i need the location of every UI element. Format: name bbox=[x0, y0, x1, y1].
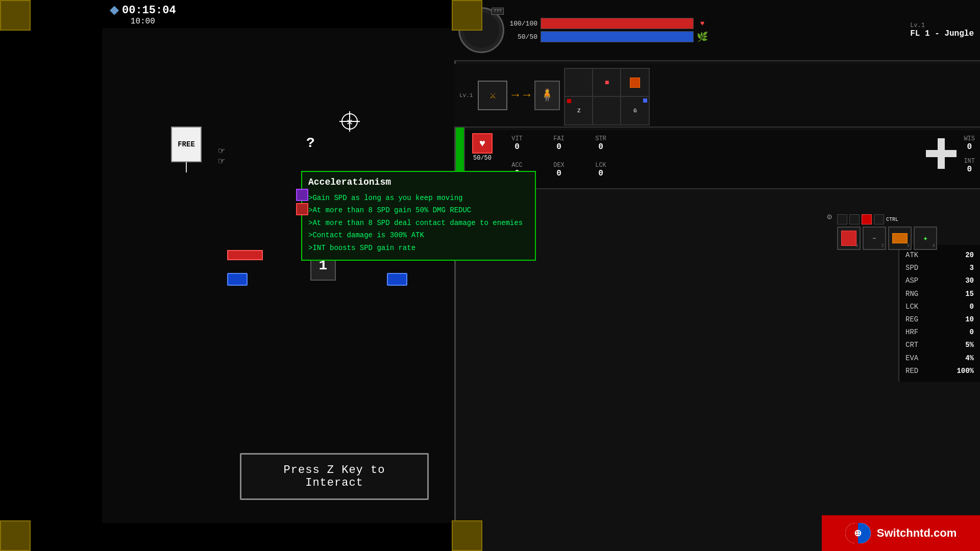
rng-val: 15 bbox=[965, 288, 974, 300]
hrf-val: 0 bbox=[970, 326, 974, 339]
inv-badge-blue bbox=[643, 98, 647, 103]
skill-icons bbox=[296, 189, 308, 215]
inv-slot-6[interactable]: G bbox=[620, 96, 650, 126]
mp-bar-fill bbox=[541, 32, 693, 42]
lck-val: 0 bbox=[970, 300, 974, 313]
ability-desc-4: >Contact damage is 300% ATK bbox=[308, 230, 529, 241]
eva-val: 4% bbox=[965, 352, 974, 365]
stat-grid: ♥ 50/50 VIT 0 FAI 0 STR 0 ACC bbox=[465, 130, 980, 189]
item-slot-3[interactable]: 3 bbox=[888, 227, 912, 250]
crosshair: ✕ bbox=[339, 111, 360, 132]
stat-fai: FAI 0 bbox=[538, 133, 579, 159]
stat-dex: DEX 0 bbox=[538, 160, 579, 185]
ability-desc: >Gain SPD as long as you keep moving >At… bbox=[308, 192, 529, 254]
reg-val: 10 bbox=[965, 313, 974, 326]
asp-val: 30 bbox=[965, 274, 974, 287]
ind-4 bbox=[874, 214, 884, 224]
ability-card: Accelerationism >Gain SPD as long as you… bbox=[301, 171, 536, 261]
hud-top: ??? 100/100 ♥ 50/50 🌿 bbox=[454, 0, 980, 61]
hp-bar-fill bbox=[541, 18, 693, 29]
reg-row: REG 10 bbox=[905, 313, 974, 326]
char-silhouette: 🧍 bbox=[534, 81, 560, 110]
timer-main-value: 00:15:04 bbox=[122, 4, 176, 17]
atk-val: 20 bbox=[965, 249, 974, 262]
skill-slot-purple[interactable] bbox=[296, 189, 308, 201]
item-empty: - bbox=[871, 233, 877, 244]
hp-bar-row: 100/100 ♥ bbox=[509, 18, 903, 29]
indicator-row: CTRL bbox=[837, 214, 960, 224]
stats-columns: VIT 0 FAI 0 STR 0 ACC 0 DEX 0 bbox=[497, 133, 921, 185]
game-area: 00:15:04 10:00 ✕ ? FREE ☞ ☞ 1 Acceler bbox=[0, 0, 980, 551]
item-green: ✦ bbox=[923, 233, 928, 243]
stat-lck: LCK 0 bbox=[580, 160, 621, 185]
inv-item-red: ■ bbox=[605, 79, 609, 87]
chest-blue-item-2 bbox=[387, 273, 407, 286]
mp-bar-bg bbox=[541, 31, 694, 42]
hrf-label: HRF bbox=[905, 326, 918, 339]
corner-br bbox=[452, 520, 482, 551]
switch-banner: ⊕ Switchntd.com bbox=[822, 515, 980, 551]
wis-int: WIS 0 INT 0 bbox=[962, 133, 977, 185]
hp-icon: ♥ bbox=[697, 18, 708, 29]
inv-z: Z bbox=[577, 108, 581, 114]
ability-desc-5: >INT boosts SPD gain rate bbox=[308, 242, 529, 254]
rng-row: RNG 15 bbox=[905, 288, 974, 300]
item-slot-2[interactable]: - 2 bbox=[863, 227, 886, 250]
inv-slot-3[interactable] bbox=[620, 68, 650, 97]
corner-tl bbox=[0, 0, 31, 31]
inv-slot-4[interactable]: Z bbox=[564, 96, 594, 126]
inv-g: G bbox=[633, 108, 637, 114]
npc-legs bbox=[186, 162, 187, 172]
inv-slot-2[interactable]: ■ bbox=[592, 68, 622, 97]
equip-slot-weapon[interactable]: ⚔ bbox=[478, 81, 507, 110]
mp-icon: 🌿 bbox=[697, 31, 708, 42]
mp-bar-row: 50/50 🌿 bbox=[509, 31, 903, 42]
inv-slot-1[interactable] bbox=[564, 68, 594, 97]
timer-display: 00:15:04 10:00 bbox=[110, 4, 176, 26]
eva-label: EVA bbox=[905, 352, 918, 365]
dpad-vert bbox=[938, 138, 945, 169]
ind-1 bbox=[837, 214, 847, 224]
red-label: RED bbox=[905, 365, 918, 378]
crosshair-x: ✕ bbox=[347, 115, 353, 128]
spd-label: SPD bbox=[905, 262, 918, 274]
right-skill-area: CTRL 1 - 2 3 ✦ 4 bbox=[837, 214, 960, 250]
corner-bl bbox=[0, 520, 31, 551]
hp-icon-big: ♥ bbox=[472, 133, 493, 154]
chest-blue-1 bbox=[227, 273, 248, 286]
hp-sub-val: 50/50 bbox=[473, 155, 492, 162]
level-text: Lv.1 bbox=[910, 22, 974, 29]
timer-icon bbox=[110, 6, 119, 15]
stat-vit: VIT 0 bbox=[497, 133, 537, 159]
chest-1 bbox=[227, 250, 263, 260]
stat-int: INT 0 bbox=[962, 156, 977, 176]
red-row: RED 100% bbox=[905, 365, 974, 378]
crt-val: 5% bbox=[965, 339, 974, 352]
gear-icon[interactable]: ⚙ bbox=[824, 212, 835, 222]
spd-val: 3 bbox=[970, 262, 974, 274]
hp-bar-bg bbox=[541, 18, 694, 29]
bars-section: 100/100 ♥ 50/50 🌿 bbox=[509, 18, 903, 42]
ability-desc-3: >At more than 8 SPD deal contact damage … bbox=[308, 217, 529, 229]
switch-logo-text: ⊕ bbox=[854, 528, 862, 539]
rng-label: RNG bbox=[905, 288, 918, 300]
inv-badge-z bbox=[567, 99, 571, 103]
crt-row: CRT 5% bbox=[905, 339, 974, 352]
ability-title: Accelerationism bbox=[308, 177, 529, 187]
npc-arm-right2: ☞ bbox=[218, 155, 225, 167]
item-slot-4[interactable]: ✦ 4 bbox=[914, 227, 937, 250]
asp-label: ASP bbox=[905, 274, 918, 287]
crt-label: CRT bbox=[905, 339, 918, 352]
ability-desc-1: >Gain SPD as long as you keep moving bbox=[308, 192, 529, 204]
inv-slot-5[interactable] bbox=[592, 96, 622, 126]
npc-free: FREE ☞ ☞ bbox=[163, 127, 209, 183]
atk-row: ATK 20 bbox=[905, 249, 974, 262]
skill-slot-red[interactable] bbox=[296, 203, 308, 215]
lck-label: LCK bbox=[905, 300, 918, 313]
ability-desc-2: >At more than 8 SPD gain 50% DMG REDUC bbox=[308, 205, 529, 216]
press-key-dialog: Press Z Key to Interact bbox=[240, 453, 429, 500]
item-red bbox=[841, 231, 856, 246]
mp-value: 50/50 bbox=[509, 33, 537, 41]
ctrl-label: CTRL bbox=[886, 214, 898, 224]
item-slot-1[interactable]: 1 bbox=[837, 227, 861, 250]
